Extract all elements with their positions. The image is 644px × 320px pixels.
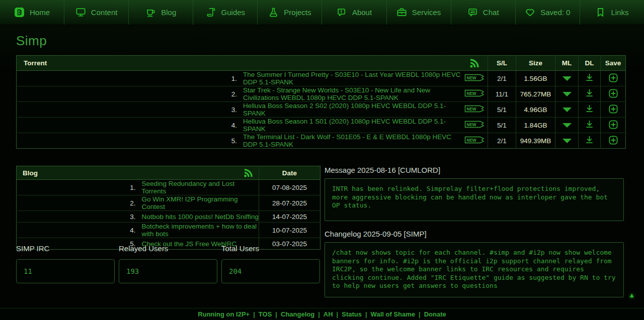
stat-total-users: Total Users 204 (221, 244, 320, 283)
new-badge: NEW (464, 136, 485, 146)
download-icon[interactable] (585, 73, 594, 82)
seeders-leechers: 5/1 (488, 118, 516, 133)
footer-link-running-on-i2p[interactable]: Running on I2P+ (198, 310, 250, 318)
nav-item-label: Projects (284, 8, 311, 17)
rss-feed-icon[interactable] (469, 58, 480, 69)
nav-item-about[interactable]: About (322, 0, 386, 25)
magnet-link-icon[interactable] (562, 139, 572, 143)
message-body: INTR has been relinked. Simprelay filter… (325, 178, 624, 221)
seeders-leechers: 5/1 (488, 102, 516, 118)
save-plus-icon[interactable] (608, 73, 618, 83)
changelog-heading: Changelog 2025-09-05 [SIMP] (325, 230, 624, 238)
blog-post-link[interactable]: Go Win XMR! I2P Programming Contest (142, 195, 238, 210)
nav-item-label: Home (30, 8, 50, 17)
save-plus-icon[interactable] (608, 135, 618, 145)
nav-item-home[interactable]: Home (0, 0, 64, 25)
message-heading: Message 2025-08-16 [CUMLORD] (325, 166, 624, 174)
chat-bubble-icon (467, 7, 478, 18)
torrent-link[interactable]: The Terminal List - Dark Wolf - S01E05 -… (243, 133, 451, 148)
download-icon[interactable] (585, 104, 594, 114)
blog-post-date: 07-08-2025 (259, 180, 320, 195)
blog-post-date: 10-07-2025 (259, 223, 320, 238)
magnet-link-icon[interactable] (562, 76, 572, 81)
footer-separator: | (365, 310, 367, 318)
row-number: 3. (17, 211, 138, 223)
blog-post-link[interactable]: Notbob hits 1000 posts! NetDb Sniffing (142, 213, 259, 221)
torrent-link[interactable]: Star Trek - Strange New Worlds - S03E10 … (243, 86, 430, 101)
blog-post-date: 28-07-2025 (259, 195, 320, 211)
top-navigation: Home Content Blog Guides Projects (0, 0, 644, 25)
rss-feed-icon[interactable] (243, 168, 254, 178)
footer-link-wall-of-shame[interactable]: Wall of Shame (371, 310, 415, 318)
footer-link-changelog[interactable]: Changelog (281, 310, 314, 318)
nav-item-label: Saved: 0 (540, 8, 570, 17)
stat-value-box: 193 (119, 259, 217, 283)
column-header-sl: S/L (488, 56, 516, 71)
footer-link-tos[interactable]: TOS (259, 310, 272, 318)
torrent-size: 949.39MB (516, 133, 555, 149)
torrent-row: 3. Helluva Boss Season 2 S02 (2020) 1080… (17, 102, 626, 118)
nav-item-chat[interactable]: Chat (451, 0, 516, 25)
scroll-to-top-icon[interactable]: ▲ (628, 291, 635, 299)
download-icon[interactable] (585, 135, 594, 145)
torrent-link[interactable]: The Summer I Turned Pretty - S03E10 - La… (243, 71, 460, 86)
torrent-size: 1.84GB (516, 118, 555, 133)
changelog-body: /chat now shows topic for each channel. … (325, 242, 624, 297)
nav-item-label: Services (412, 8, 441, 17)
stat-relayed-users: Relayed Users 193 (119, 244, 217, 283)
nav-item-links[interactable]: Links (580, 0, 644, 25)
footer-separator: | (318, 310, 320, 318)
row-number: 2. (17, 195, 138, 211)
magnet-link-icon[interactable] (562, 92, 572, 96)
footer-separator: | (419, 310, 421, 318)
footer-separator: | (275, 310, 277, 318)
torrent-row: 2. Star Trek - Strange New Worlds - S03E… (17, 86, 626, 102)
magnet-link-icon[interactable] (562, 123, 572, 128)
nav-item-content[interactable]: Content (64, 0, 129, 25)
stat-simp-irc: SIMP IRC 11 (16, 244, 115, 283)
nav-item-projects[interactable]: Projects (258, 0, 322, 25)
blog-row: 2. Go Win XMR! I2P Programming Contest 2… (17, 195, 320, 211)
blog-row: 3. Notbob hits 1000 posts! NetDb Sniffin… (17, 211, 320, 223)
nav-item-blog[interactable]: Blog (129, 0, 193, 25)
nav-item-label: Guides (221, 8, 246, 17)
torrent-row: 4. Helluva Boss Season 1 S01 (2020) 1080… (17, 118, 626, 133)
torrent-table: Torrent S/L Size ML DL Save 1. The Summe… (16, 55, 626, 149)
blog-post-link[interactable]: Seeding Redundancy and Lost Torrents (142, 180, 235, 195)
new-badge: NEW (464, 89, 485, 99)
save-plus-icon[interactable] (608, 104, 618, 114)
nav-item-saved[interactable]: Saved: 0 (516, 0, 580, 25)
column-header-date: Date (259, 166, 320, 180)
footer-separator: | (337, 310, 339, 318)
footer-link-ah[interactable]: AH (324, 310, 333, 318)
download-icon[interactable] (585, 88, 594, 98)
footer-link-status[interactable]: Status (342, 310, 362, 318)
stat-value-box: 11 (16, 259, 115, 283)
nav-item-label: Chat (483, 8, 499, 17)
save-plus-icon[interactable] (608, 120, 618, 130)
row-number: 5. (17, 133, 239, 149)
svg-text:NEW: NEW (467, 76, 476, 80)
blog-table-header: Blog Date (17, 166, 320, 180)
blog-post-link[interactable]: Botcheck improvements + how to deal with… (142, 223, 257, 238)
stat-label: SIMP IRC (16, 244, 115, 253)
stat-label: Total Users (221, 244, 320, 253)
stat-label: Relayed Users (119, 244, 217, 253)
download-icon[interactable] (585, 120, 594, 129)
heart-icon (525, 7, 535, 18)
footer-link-donate[interactable]: Donate (424, 310, 446, 318)
blog-post-date: 14-07-2025 (259, 211, 320, 223)
save-plus-icon[interactable] (608, 88, 618, 98)
briefcase-icon (396, 7, 407, 18)
torrent-link[interactable]: Helluva Boss Season 2 S02 (2020) 1080p H… (243, 102, 446, 117)
page-background: Home Content Blog Guides Projects (0, 0, 644, 320)
scroll-icon (206, 7, 216, 18)
nav-item-services[interactable]: Services (387, 0, 451, 25)
torrent-header-label: Torrent (17, 56, 462, 71)
info-bubble-icon (337, 7, 347, 18)
nav-item-guides[interactable]: Guides (193, 0, 258, 25)
blog-header-label: Blog (23, 169, 38, 177)
torrent-link[interactable]: Helluva Boss Season 1 S01 (2020) 1080p H… (243, 118, 446, 133)
bookmark-icon (595, 7, 606, 18)
magnet-link-icon[interactable] (562, 108, 572, 112)
